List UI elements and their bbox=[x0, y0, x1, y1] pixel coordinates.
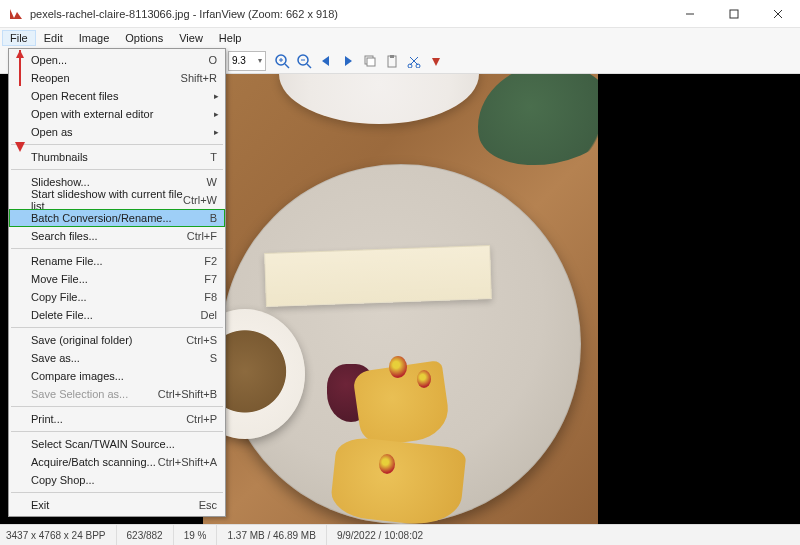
menubar: File Edit Image Options View Help bbox=[0, 28, 800, 48]
menu-separator bbox=[11, 327, 223, 328]
menu-help[interactable]: Help bbox=[211, 30, 250, 46]
svg-line-5 bbox=[285, 64, 289, 68]
menu-item-exit[interactable]: ExitEsc bbox=[9, 496, 225, 514]
copy-icon[interactable] bbox=[360, 51, 380, 71]
svg-rect-14 bbox=[390, 55, 394, 58]
menu-item-save-selection: Save Selection as...Ctrl+Shift+B bbox=[9, 385, 225, 403]
menu-item-thumbnails[interactable]: ThumbnailsT bbox=[9, 148, 225, 166]
menu-item-save[interactable]: Save (original folder)Ctrl+S bbox=[9, 331, 225, 349]
menu-item-save-as[interactable]: Save as...S bbox=[9, 349, 225, 367]
menu-item-twain[interactable]: Select Scan/TWAIN Source... bbox=[9, 435, 225, 453]
menu-item-move-file[interactable]: Move File...F7 bbox=[9, 270, 225, 288]
status-index: 623/882 bbox=[127, 525, 174, 545]
app-icon bbox=[8, 6, 24, 22]
menu-item-open-as[interactable]: Open as bbox=[9, 123, 225, 141]
menu-separator bbox=[11, 169, 223, 170]
menu-item-open-recent[interactable]: Open Recent files bbox=[9, 87, 225, 105]
menu-item-copyshop[interactable]: Copy Shop... bbox=[9, 471, 225, 489]
menu-item-acquire[interactable]: Acquire/Batch scanning...Ctrl+Shift+A bbox=[9, 453, 225, 471]
paste-icon[interactable] bbox=[382, 51, 402, 71]
displayed-image bbox=[203, 74, 598, 524]
status-zoom: 19 % bbox=[184, 525, 218, 545]
menu-separator bbox=[11, 492, 223, 493]
file-menu-dropdown: Open...O ReopenShift+R Open Recent files… bbox=[8, 48, 226, 517]
menu-item-delete-file[interactable]: Delete File...Del bbox=[9, 306, 225, 324]
menu-image[interactable]: Image bbox=[71, 30, 118, 46]
delete-icon[interactable] bbox=[426, 51, 446, 71]
menu-separator bbox=[11, 144, 223, 145]
menu-item-batch-conversion[interactable]: Batch Conversion/Rename...B bbox=[9, 209, 225, 227]
menu-view[interactable]: View bbox=[171, 30, 211, 46]
menu-item-reopen[interactable]: ReopenShift+R bbox=[9, 69, 225, 87]
menu-item-search-files[interactable]: Search files...Ctrl+F bbox=[9, 227, 225, 245]
menu-item-compare[interactable]: Compare images... bbox=[9, 367, 225, 385]
zoom-out-icon[interactable] bbox=[294, 51, 314, 71]
status-datetime: 9/9/2022 / 10:08:02 bbox=[337, 525, 433, 545]
annotation-arrow-icon bbox=[14, 140, 26, 152]
status-bar: 3437 x 4768 x 24 BPP 623/882 19 % 1.37 M… bbox=[0, 524, 800, 545]
menu-item-open-external[interactable]: Open with external editor bbox=[9, 105, 225, 123]
menu-separator bbox=[11, 406, 223, 407]
zoom-combo[interactable]: 9.3 bbox=[228, 51, 266, 71]
prev-arrow-icon[interactable] bbox=[316, 51, 336, 71]
close-button[interactable] bbox=[756, 0, 800, 27]
svg-rect-12 bbox=[367, 58, 375, 66]
menu-separator bbox=[11, 431, 223, 432]
minimize-button[interactable] bbox=[668, 0, 712, 27]
window-title: pexels-rachel-claire-8113066.jpg - Irfan… bbox=[30, 8, 668, 20]
status-dimensions: 3437 x 4768 x 24 BPP bbox=[6, 525, 117, 545]
menu-separator bbox=[11, 248, 223, 249]
menu-file[interactable]: File bbox=[2, 30, 36, 46]
menu-item-rename-file[interactable]: Rename File...F2 bbox=[9, 252, 225, 270]
maximize-button[interactable] bbox=[712, 0, 756, 27]
window-controls bbox=[668, 0, 800, 27]
status-filesize: 1.37 MB / 46.89 MB bbox=[227, 525, 326, 545]
next-arrow-icon[interactable] bbox=[338, 51, 358, 71]
zoom-in-icon[interactable] bbox=[272, 51, 292, 71]
menu-edit[interactable]: Edit bbox=[36, 30, 71, 46]
svg-rect-1 bbox=[730, 10, 738, 18]
menu-item-print[interactable]: Print...Ctrl+P bbox=[9, 410, 225, 428]
titlebar: pexels-rachel-claire-8113066.jpg - Irfan… bbox=[0, 0, 800, 28]
menu-item-open[interactable]: Open...O bbox=[9, 51, 225, 69]
svg-line-9 bbox=[307, 64, 311, 68]
menu-item-start-slideshow[interactable]: Start slideshow with current file listCt… bbox=[9, 191, 225, 209]
menu-options[interactable]: Options bbox=[117, 30, 171, 46]
cut-icon[interactable] bbox=[404, 51, 424, 71]
annotation-arrow-icon bbox=[14, 50, 26, 150]
menu-item-copy-file[interactable]: Copy File...F8 bbox=[9, 288, 225, 306]
